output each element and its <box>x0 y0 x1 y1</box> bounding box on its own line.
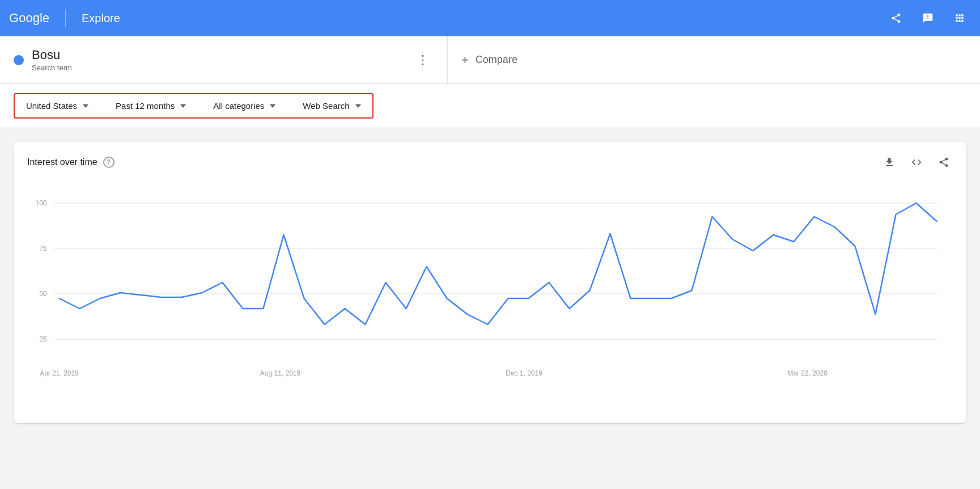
logo-o2-letter: o <box>26 11 32 25</box>
time-range-filter[interactable]: Past 12 months <box>111 99 190 113</box>
y-label-50: 50 <box>39 290 47 298</box>
logo-e-letter: e <box>43 11 49 25</box>
term-info: Bosu Search term <box>32 48 72 72</box>
term-label: Search term <box>32 64 72 72</box>
help-icon[interactable]: ? <box>103 157 114 168</box>
search-card-container: Bosu Search term ⋮ + Compare <box>0 36 980 84</box>
search-term-section: Bosu Search term ⋮ <box>0 36 448 83</box>
country-filter-text: United States <box>26 101 77 111</box>
chart-header: Interest over time ? <box>27 153 953 171</box>
x-label-apr: Apr 21, 2019 <box>40 369 79 377</box>
search-type-chevron-icon <box>355 104 361 108</box>
compare-section: + Compare <box>448 36 980 83</box>
filter-bar: United States Past 12 months All categor… <box>0 84 980 128</box>
categories-filter-text: All categories <box>213 101 264 111</box>
compare-plus: + <box>461 53 469 68</box>
chart-actions <box>880 153 953 171</box>
time-range-filter-text: Past 12 months <box>116 101 175 111</box>
x-label-dec: Dec 1, 2019 <box>506 369 542 377</box>
trend-line <box>60 203 937 324</box>
time-range-chevron-icon <box>180 104 186 108</box>
categories-filter[interactable]: All categories <box>209 99 280 113</box>
compare-button[interactable]: + Compare <box>461 53 517 68</box>
country-chevron-icon <box>83 104 88 108</box>
categories-chevron-icon <box>270 104 275 108</box>
embed-button[interactable] <box>907 153 926 171</box>
trend-chart-svg: 100 75 50 25 Apr 21, 2019 Aug 11, 2019 D… <box>27 183 953 398</box>
search-term-left: Bosu Search term <box>14 48 72 72</box>
header-title: Explore <box>82 12 120 25</box>
feedback-button[interactable] <box>917 7 939 29</box>
search-type-filter[interactable]: Web Search <box>298 99 365 113</box>
share-chart-button[interactable] <box>935 153 953 171</box>
share-button[interactable] <box>885 7 907 29</box>
x-label-aug: Aug 11, 2019 <box>260 369 301 377</box>
download-button[interactable] <box>880 153 898 171</box>
country-filter[interactable]: United States <box>22 99 93 113</box>
filter-box: United States Past 12 months All categor… <box>14 93 374 119</box>
embed-icon <box>911 157 922 168</box>
logo-g-letter: G <box>9 11 19 25</box>
term-name: Bosu <box>32 48 72 62</box>
y-label-100: 100 <box>35 199 46 207</box>
google-trends-logo: Google <box>9 11 49 26</box>
chart-area: 100 75 50 25 Apr 21, 2019 Aug 11, 2019 D… <box>27 183 953 401</box>
apps-icon <box>954 12 965 24</box>
logo-text: Google <box>9 11 49 26</box>
more-options-button[interactable]: ⋮ <box>412 49 434 71</box>
share-chart-icon <box>938 157 949 168</box>
search-type-filter-text: Web Search <box>303 101 349 111</box>
chart-title: Interest over time <box>27 157 97 167</box>
logo-o1-letter: o <box>19 11 26 25</box>
share-icon <box>890 12 902 24</box>
term-dot <box>14 55 24 65</box>
app-header: Google Explore <box>0 0 980 36</box>
logo-g2-letter: g <box>33 11 40 25</box>
header-left: Google Explore <box>9 9 120 27</box>
chart-title-area: Interest over time ? <box>27 157 114 168</box>
chart-card: Interest over time ? 1 <box>14 142 966 423</box>
more-vert-icon: ⋮ <box>417 54 429 66</box>
download-icon <box>884 157 895 168</box>
y-label-25: 25 <box>39 335 47 343</box>
header-divider <box>65 9 66 27</box>
y-label-75: 75 <box>39 244 47 252</box>
compare-label: Compare <box>476 54 517 66</box>
apps-button[interactable] <box>948 7 971 29</box>
x-label-mar: Mar 22, 2020 <box>787 369 828 377</box>
feedback-icon <box>922 12 934 24</box>
header-right <box>885 7 971 29</box>
